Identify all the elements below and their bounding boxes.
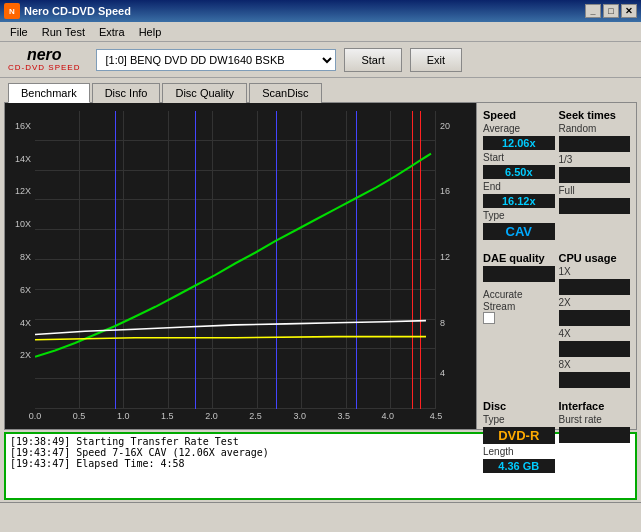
menu-help[interactable]: Help (133, 24, 168, 40)
menu-bar: File Run Test Extra Help (0, 22, 641, 42)
full-value (559, 198, 631, 214)
title-bar: N Nero CD-DVD Speed _ □ ✕ (0, 0, 641, 22)
onethird-value (559, 167, 631, 183)
window-controls[interactable]: _ □ ✕ (585, 4, 637, 18)
x-label-45: 4.5 (430, 411, 443, 421)
minimize-button[interactable]: _ (585, 4, 601, 18)
x-label-1: 1.0 (117, 411, 130, 421)
y-label-2x: 2X (20, 350, 31, 360)
disc-column: Disc Type DVD-R Length 4.36 GB (483, 400, 555, 473)
cdspeed-brand: CD-DVD SPEED (8, 63, 80, 72)
cpu-column: CPU usage 1X 2X 4X 8X (559, 252, 631, 388)
dae-value (483, 266, 555, 282)
y-label-4x: 4X (20, 318, 31, 328)
8x-value (559, 372, 631, 388)
2x-value (559, 310, 631, 326)
average-value: 12.06x (483, 136, 555, 150)
x-label-2: 2.0 (205, 411, 218, 421)
menu-run-test[interactable]: Run Test (36, 24, 91, 40)
disc-title: Disc (483, 400, 555, 412)
accurate-stream-checkbox[interactable] (483, 312, 495, 324)
interface-column: Interface Burst rate (559, 400, 631, 473)
dae-cpu-section: DAE quality Accurate Stream CPU usage 1X… (483, 252, 630, 388)
speed-title: Speed (483, 109, 555, 121)
1x-label: 1X (559, 266, 631, 277)
menu-file[interactable]: File (4, 24, 34, 40)
random-value (559, 136, 631, 152)
maximize-button[interactable]: □ (603, 4, 619, 18)
disc-length-label: Length (483, 446, 555, 457)
y-label-right-16: 16 (440, 186, 450, 196)
seek-title: Seek times (559, 109, 631, 121)
disc-type-value: DVD-R (483, 427, 555, 444)
y-label-16x: 16X (15, 121, 31, 131)
x-label-4: 4.0 (382, 411, 395, 421)
y-label-right-4: 4 (440, 368, 445, 378)
burst-value (559, 427, 631, 443)
nero-brand: nero (27, 47, 62, 63)
disc-interface-section: Disc Type DVD-R Length 4.36 GB Interface… (483, 400, 630, 473)
average-label: Average (483, 123, 555, 134)
disc-type-label: Type (483, 414, 555, 425)
speed-column: Speed Average 12.06x Start 6.50x End 16.… (483, 109, 555, 240)
8x-label: 8X (559, 359, 631, 370)
x-label-35: 3.5 (338, 411, 351, 421)
y-label-right-20: 20 (440, 121, 450, 131)
tab-scandisc[interactable]: ScanDisc (249, 83, 321, 103)
tab-disc-info[interactable]: Disc Info (92, 83, 161, 103)
chart-svg (35, 111, 436, 409)
start-value: 6.50x (483, 165, 555, 179)
1x-value (559, 279, 631, 295)
random-label: Random (559, 123, 631, 134)
toolbar: nero CD-DVD SPEED [1:0] BENQ DVD DD DW16… (0, 42, 641, 78)
burst-label: Burst rate (559, 414, 631, 425)
y-label-12x: 12X (15, 186, 31, 196)
x-label-05: 0.5 (73, 411, 86, 421)
start-label: Start (483, 152, 555, 163)
close-button[interactable]: ✕ (621, 4, 637, 18)
right-panel: Speed Average 12.06x Start 6.50x End 16.… (476, 103, 636, 429)
4x-label: 4X (559, 328, 631, 339)
y-label-right-12: 12 (440, 252, 450, 262)
status-bar (0, 502, 641, 520)
seek-column: Seek times Random 1/3 Full (559, 109, 631, 240)
accurate-stream-section: Accurate Stream (483, 288, 555, 324)
x-label-15: 1.5 (161, 411, 174, 421)
end-value: 16.12x (483, 194, 555, 208)
window-title: Nero CD-DVD Speed (24, 5, 131, 17)
y-label-10x: 10X (15, 219, 31, 229)
interface-title: Interface (559, 400, 631, 412)
tabs: Benchmark Disc Info Disc Quality ScanDis… (0, 78, 641, 102)
drive-select[interactable]: [1:0] BENQ DVD DD DW1640 BSKB (96, 49, 336, 71)
cpu-title: CPU usage (559, 252, 631, 264)
tab-disc-quality[interactable]: Disc Quality (162, 83, 247, 103)
type-label: Type (483, 210, 555, 221)
app-icon: N (4, 3, 20, 19)
tab-benchmark[interactable]: Benchmark (8, 83, 90, 103)
chart-area: 16X 14X 12X 10X 8X 6X 4X 2X (5, 103, 476, 429)
x-label-3: 3.0 (293, 411, 306, 421)
4x-value (559, 341, 631, 357)
2x-label: 2X (559, 297, 631, 308)
y-label-14x: 14X (15, 154, 31, 164)
x-axis: 0.0 0.5 1.0 1.5 2.0 2.5 3.0 3.5 4.0 4.5 (35, 409, 436, 429)
exit-button[interactable]: Exit (410, 48, 462, 72)
main-content: 16X 14X 12X 10X 8X 6X 4X 2X (4, 102, 637, 430)
chart-container (35, 111, 436, 409)
x-label-0: 0.0 (29, 411, 42, 421)
dae-title: DAE quality (483, 252, 555, 264)
start-button[interactable]: Start (344, 48, 401, 72)
y-axis-right: 20 16 12 8 4 (436, 111, 476, 409)
nero-logo: nero CD-DVD SPEED (8, 47, 80, 72)
dae-column: DAE quality Accurate Stream (483, 252, 555, 388)
x-label-25: 2.5 (249, 411, 262, 421)
speed-seek-section: Speed Average 12.06x Start 6.50x End 16.… (483, 109, 630, 240)
onethird-label: 1/3 (559, 154, 631, 165)
y-axis-left: 16X 14X 12X 10X 8X 6X 4X 2X (5, 111, 35, 409)
y-label-6x: 6X (20, 285, 31, 295)
menu-extra[interactable]: Extra (93, 24, 131, 40)
type-value: CAV (483, 223, 555, 240)
full-label: Full (559, 185, 631, 196)
disc-length-value: 4.36 GB (483, 459, 555, 473)
accurate-stream-label: Accurate Stream (483, 289, 522, 312)
